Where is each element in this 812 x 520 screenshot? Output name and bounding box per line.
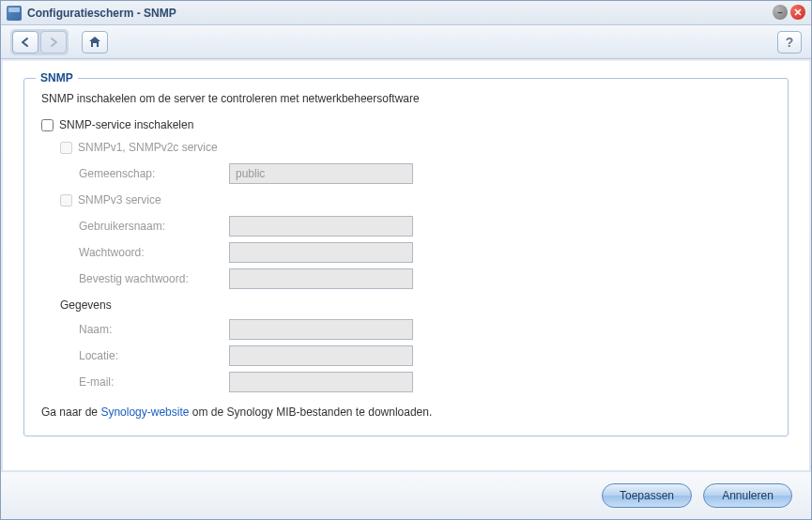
- community-row: Gemeenschap:: [79, 163, 771, 184]
- name-input[interactable]: [229, 319, 413, 340]
- snmpv3-checkbox[interactable]: [60, 194, 72, 206]
- mib-download-line: Ga naar de Synology-website om de Synolo…: [41, 405, 771, 419]
- footer: Toepassen Annuleren: [1, 472, 811, 519]
- forward-button[interactable]: [40, 31, 67, 54]
- window: Configuratiescherm - SNMP – ? SNMP SNMP …: [0, 0, 812, 520]
- back-button[interactable]: [12, 31, 38, 54]
- apply-button[interactable]: Toepassen: [602, 483, 692, 508]
- username-input[interactable]: [229, 216, 413, 237]
- close-button[interactable]: [790, 5, 805, 20]
- location-input[interactable]: [229, 345, 413, 366]
- confirm-password-row: Bevestig wachtwoord:: [79, 268, 771, 289]
- community-input[interactable]: [229, 163, 413, 184]
- location-label: Locatie:: [79, 349, 229, 362]
- username-row: Gebruikersnaam:: [79, 216, 771, 237]
- minimize-button[interactable]: –: [773, 5, 788, 20]
- data-section-label: Gegevens: [60, 298, 771, 312]
- titlebar: Configuratiescherm - SNMP –: [1, 1, 811, 25]
- confirm-password-input[interactable]: [229, 268, 413, 289]
- mib-prefix: Ga naar de: [41, 405, 100, 419]
- email-label: E-mail:: [79, 375, 229, 389]
- window-title: Configuratiescherm - SNMP: [27, 7, 176, 20]
- name-label: Naam:: [79, 323, 229, 336]
- email-input[interactable]: [229, 372, 413, 392]
- enable-snmp-checkbox[interactable]: [41, 119, 54, 131]
- username-label: Gebruikersnaam:: [79, 220, 229, 233]
- cancel-button[interactable]: Annuleren: [703, 483, 792, 508]
- snmpv3-row: SNMPv3 service: [60, 193, 771, 206]
- password-row: Wachtwoord:: [79, 242, 771, 263]
- snmp-fieldset: SNMP SNMP inschakelen om de server te co…: [23, 78, 789, 436]
- home-button[interactable]: [82, 31, 108, 54]
- home-icon: [88, 36, 101, 48]
- enable-snmp-row: SNMP-service inschakelen: [41, 118, 771, 131]
- email-row: E-mail:: [79, 372, 771, 392]
- mib-suffix: om de Synology MIB-bestanden te download…: [189, 405, 432, 419]
- toolbar: ?: [1, 25, 811, 59]
- fieldset-description: SNMP inschakelen om de server te control…: [41, 92, 771, 105]
- confirm-password-label: Bevestig wachtwoord:: [79, 272, 229, 285]
- content-area: SNMP SNMP inschakelen om de server te co…: [3, 61, 809, 470]
- close-icon: [794, 8, 802, 16]
- password-input[interactable]: [229, 242, 413, 263]
- arrow-left-icon: [20, 37, 31, 48]
- app-icon: [7, 6, 22, 21]
- titlebar-controls: –: [773, 5, 805, 20]
- snmpv1v2c-checkbox[interactable]: [60, 142, 72, 154]
- snmpv1v2c-label: SNMPv1, SNMPv2c service: [78, 141, 218, 154]
- arrow-right-icon: [48, 37, 59, 48]
- nav-group: [10, 29, 69, 55]
- snmpv3-label: SNMPv3 service: [78, 193, 161, 206]
- community-label: Gemeenschap:: [79, 167, 229, 180]
- location-row: Locatie:: [79, 345, 771, 366]
- synology-website-link[interactable]: Synology-website: [100, 405, 189, 419]
- enable-snmp-label: SNMP-service inschakelen: [59, 118, 193, 131]
- snmpv1v2c-row: SNMPv1, SNMPv2c service: [60, 141, 771, 154]
- name-row: Naam:: [79, 319, 771, 340]
- help-button[interactable]: ?: [777, 31, 802, 54]
- fieldset-legend: SNMP: [36, 71, 78, 84]
- password-label: Wachtwoord:: [79, 246, 229, 259]
